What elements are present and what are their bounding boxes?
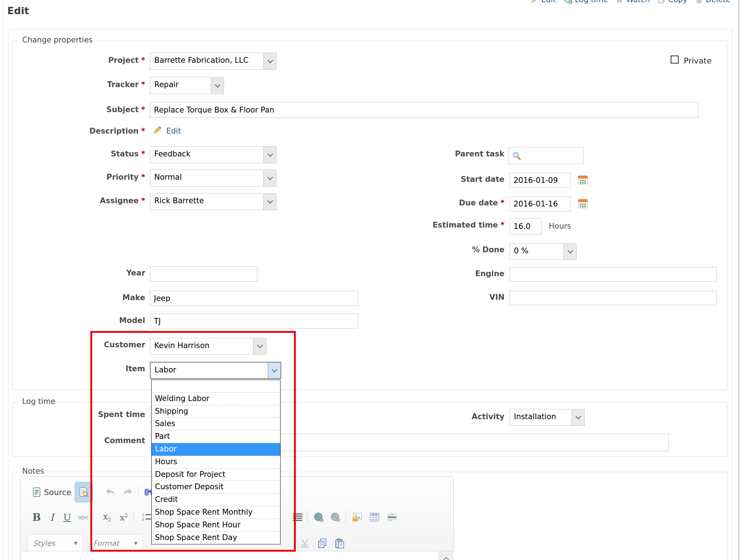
activity-select-value: Installation bbox=[510, 409, 572, 425]
subscript-button[interactable]: x2 bbox=[99, 509, 115, 526]
percent-done-label: % Done bbox=[363, 245, 504, 254]
item-dropdown-option[interactable]: Welding Labor bbox=[152, 393, 280, 405]
editor-content-area[interactable] bbox=[21, 551, 438, 560]
item-dropdown-option[interactable]: Shipping bbox=[152, 405, 280, 418]
link-button[interactable] bbox=[311, 509, 327, 526]
item-dropdown-option[interactable]: Credit bbox=[152, 494, 280, 506]
justify-button[interactable] bbox=[290, 509, 306, 526]
status-select-arrow-icon[interactable] bbox=[263, 147, 276, 163]
make-input[interactable] bbox=[150, 291, 358, 306]
due-date-calendar-icon[interactable] bbox=[578, 199, 588, 208]
priority-select[interactable]: Normal bbox=[150, 169, 277, 187]
item-dropdown-option[interactable] bbox=[152, 380, 280, 393]
context-copy-link[interactable]: Copy bbox=[657, 0, 687, 4]
svg-text:2.: 2. bbox=[142, 518, 145, 521]
horizontal-rule-icon bbox=[387, 512, 397, 522]
item-dropdown-option[interactable]: Shop Space Rent Monthly bbox=[152, 506, 280, 519]
item-dropdown-list: Welding LaborShippingSalesPartLaborHours… bbox=[151, 380, 281, 544]
item-dropdown-option[interactable]: Sales bbox=[152, 418, 280, 430]
assignee-select-arrow-icon[interactable] bbox=[263, 193, 276, 210]
estimated-time-input[interactable] bbox=[510, 218, 541, 234]
superscript-icon: x2 bbox=[120, 512, 128, 522]
engine-input[interactable] bbox=[510, 267, 717, 282]
item-dropdown-option[interactable]: Shop Space Rent Day bbox=[152, 532, 280, 544]
assignee-select[interactable]: Rick Barrette bbox=[150, 193, 277, 210]
context-watch-link[interactable]: Watch bbox=[615, 0, 650, 4]
due-date-label: Due date* bbox=[363, 199, 504, 207]
customer-select-arrow-icon[interactable] bbox=[253, 338, 266, 354]
table-button[interactable] bbox=[367, 509, 383, 526]
collapse-toolbar-button[interactable] bbox=[438, 551, 454, 560]
unlink-icon bbox=[330, 512, 341, 523]
context-delete-link[interactable]: Delete bbox=[695, 0, 731, 4]
customer-select-value: Kevin Harrison bbox=[150, 338, 253, 354]
item-dropdown-option[interactable]: Hours bbox=[152, 456, 280, 469]
model-label: Model bbox=[7, 316, 145, 325]
item-dropdown-option[interactable]: Labor bbox=[152, 443, 280, 456]
item-dropdown-option[interactable]: Shop Space Rent Hour bbox=[152, 519, 280, 532]
bold-button[interactable]: B bbox=[29, 509, 44, 526]
styles-combo-arrow-icon: ▼ bbox=[74, 541, 77, 546]
tracker-select-arrow-icon[interactable] bbox=[211, 77, 224, 94]
italic-button[interactable]: I bbox=[45, 509, 59, 526]
preview-button[interactable] bbox=[75, 482, 93, 502]
context-edit-link[interactable]: Edit bbox=[530, 0, 556, 4]
strikethrough-button[interactable]: abc bbox=[75, 509, 91, 526]
styles-combo-label: Styles bbox=[33, 539, 55, 548]
year-input[interactable] bbox=[150, 266, 257, 282]
subject-input[interactable] bbox=[150, 102, 698, 118]
redo-icon bbox=[122, 488, 133, 496]
status-select[interactable]: Feedback bbox=[150, 146, 277, 163]
model-input[interactable] bbox=[150, 314, 358, 329]
change-properties-legend: Change properties bbox=[19, 36, 96, 44]
vin-input[interactable] bbox=[510, 291, 717, 305]
project-select-arrow-icon[interactable] bbox=[263, 53, 276, 69]
start-date-calendar-icon[interactable] bbox=[578, 175, 588, 185]
trash-icon bbox=[695, 0, 703, 4]
start-date-input[interactable] bbox=[510, 173, 571, 188]
styles-combo[interactable]: Styles ▼ bbox=[28, 534, 83, 552]
format-combo[interactable]: Format ▼ bbox=[88, 534, 143, 552]
page-title: Edit bbox=[7, 5, 29, 16]
spent-time-label: Spent time bbox=[7, 410, 145, 419]
estimated-time-suffix: Hours bbox=[549, 222, 571, 230]
make-label: Make bbox=[7, 293, 145, 302]
cut-button[interactable] bbox=[297, 535, 313, 552]
item-select-arrow-icon[interactable] bbox=[268, 363, 281, 378]
customer-select[interactable]: Kevin Harrison bbox=[150, 338, 266, 355]
description-edit-link[interactable]: Edit bbox=[166, 127, 181, 135]
redo-button[interactable] bbox=[120, 484, 136, 500]
numbered-list-icon: 1.2. bbox=[142, 513, 151, 522]
star-icon bbox=[615, 0, 624, 4]
activity-select[interactable]: Installation bbox=[510, 409, 585, 426]
underline-button[interactable]: U bbox=[60, 509, 74, 526]
source-button[interactable]: Source bbox=[28, 483, 76, 502]
tracker-select[interactable]: Repair bbox=[150, 77, 224, 94]
description-pencil-icon bbox=[152, 125, 163, 135]
item-select-value: Labor bbox=[151, 363, 268, 378]
percent-done-select[interactable]: 0 % bbox=[510, 243, 577, 260]
private-label: Private bbox=[684, 56, 712, 65]
paste-button[interactable] bbox=[332, 535, 348, 552]
item-dropdown-option[interactable]: Customer Deposit bbox=[152, 481, 280, 494]
assignee-label: Assignee* bbox=[7, 196, 145, 205]
project-select[interactable]: Barrette Fabrication, LLC bbox=[150, 53, 277, 70]
activity-label: Activity bbox=[363, 412, 504, 421]
item-dropdown-option[interactable]: Deposit for Project bbox=[152, 469, 280, 481]
activity-select-arrow-icon[interactable] bbox=[572, 409, 584, 425]
percent-done-select-arrow-icon[interactable] bbox=[564, 244, 576, 259]
priority-select-arrow-icon[interactable] bbox=[263, 170, 276, 186]
copy-button[interactable] bbox=[314, 535, 330, 552]
unlink-button[interactable] bbox=[327, 509, 343, 526]
item-dropdown-option[interactable]: Part bbox=[152, 430, 280, 443]
undo-button[interactable] bbox=[102, 484, 118, 500]
context-log-time-link[interactable]: Log time bbox=[563, 0, 608, 4]
image-button[interactable] bbox=[349, 509, 365, 526]
item-select[interactable]: Labor bbox=[150, 362, 281, 379]
horizontal-rule-button[interactable] bbox=[384, 509, 400, 526]
private-checkbox[interactable] bbox=[671, 56, 679, 64]
project-label: Project* bbox=[7, 56, 145, 65]
toolbar-separator bbox=[307, 511, 307, 523]
superscript-button[interactable]: x2 bbox=[115, 509, 132, 526]
due-date-input[interactable] bbox=[510, 196, 571, 212]
